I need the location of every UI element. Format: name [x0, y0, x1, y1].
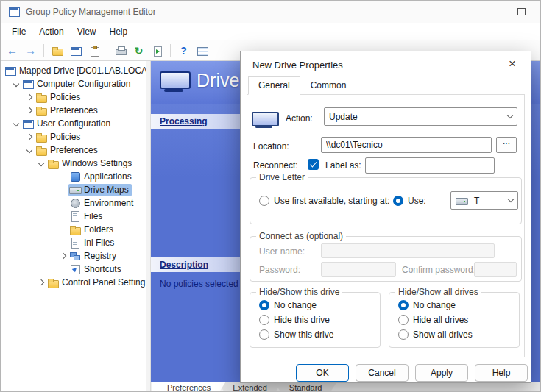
tree-item-label: Drive Maps [84, 185, 129, 195]
folder-icon [47, 277, 59, 288]
tree-item-files[interactable]: Files [1, 210, 146, 223]
tree-item-folders[interactable]: Folders [1, 223, 146, 236]
radio-icon[interactable] [398, 315, 409, 325]
radio-checked-icon[interactable] [393, 196, 403, 206]
close-icon[interactable]: × [504, 56, 520, 72]
ok-button[interactable]: OK [296, 364, 349, 382]
console-icon [4, 65, 16, 76]
tab-common[interactable]: Common [300, 76, 357, 94]
tab-preferences[interactable]: Preferences [152, 382, 225, 392]
clipboard-icon[interactable] [85, 42, 102, 59]
chevron-down-icon[interactable] [24, 145, 35, 155]
menu-bar: File Action View Help [1, 23, 540, 40]
tree-item-label: Shortcuts [84, 264, 121, 274]
tree-item-label: Ini Files [84, 238, 114, 248]
radio-checked-icon[interactable] [398, 300, 409, 310]
tree-item-applications[interactable]: Applications [1, 170, 146, 183]
chevron-right-icon[interactable] [58, 251, 68, 261]
splitter[interactable] [146, 61, 151, 392]
apply-button[interactable]: Apply [415, 364, 468, 382]
chevron-right-icon[interactable] [36, 277, 46, 288]
location-input[interactable] [321, 137, 492, 153]
tree-item-ini-files[interactable]: Ini Files [1, 236, 146, 249]
folder-icon [35, 132, 47, 142]
tree-item-control-panel-settings[interactable]: Control Panel Setting [1, 276, 146, 289]
processing-link[interactable]: Processing [160, 116, 208, 126]
hide-show-this-drive-group: Hide/Show this drive No change Hide this… [250, 292, 381, 348]
console-tree-panel: Mapped Drive [DC01.LAB.LOCA Computer Con… [1, 61, 146, 392]
use-first-available-radio[interactable]: Use first available, starting at: [259, 196, 389, 206]
radio-icon[interactable] [259, 196, 269, 206]
connect-as-group: Connect as (optional) User name: Passwor… [250, 236, 522, 282]
up-one-level-icon[interactable] [49, 42, 66, 59]
tree-item-user-preferences[interactable]: Preferences [1, 143, 146, 157]
tree-item-mapped-drive[interactable]: Mapped Drive [DC01.LAB.LOCA [1, 64, 146, 77]
menu-action[interactable]: Action [32, 24, 70, 39]
show-this-drive-radio[interactable]: Show this drive [259, 329, 333, 340]
refresh-icon[interactable]: ↻ [130, 42, 147, 59]
this-no-change-radio[interactable]: No change [259, 300, 317, 310]
all-no-change-radio[interactable]: No change [398, 300, 456, 310]
help-button[interactable]: Help [475, 364, 528, 382]
chevron-down-icon[interactable] [11, 118, 21, 129]
separator [250, 135, 521, 135]
chevron-down-icon[interactable] [11, 79, 21, 89]
tree-item-windows-settings[interactable]: Windows Settings [1, 157, 146, 170]
new-drive-properties-dialog: New Drive Properties × General Common Ac… [240, 51, 531, 383]
tree-item-computer-configuration[interactable]: Computer Configuration [1, 77, 146, 90]
radio-icon[interactable] [398, 329, 409, 340]
reconnect-checkbox[interactable] [308, 159, 319, 170]
label-as-label: Label as: [325, 160, 361, 171]
back-arrow-icon[interactable]: ← [4, 42, 21, 59]
tree-item-environment[interactable]: Environment [1, 196, 146, 210]
separator [170, 44, 171, 57]
drive-letter-select[interactable]: T [450, 191, 518, 210]
tree-item-label: Control Panel Setting [62, 277, 145, 288]
chevron-right-icon[interactable] [24, 92, 35, 102]
tree-item-registry[interactable]: Registry [1, 249, 146, 263]
tree-item-computer-policies[interactable]: Policies [1, 90, 146, 104]
hide-this-drive-radio[interactable]: Hide this drive [259, 315, 330, 325]
folder-icon [69, 224, 81, 235]
maximize-icon[interactable] [517, 8, 526, 15]
radio-checked-icon[interactable] [259, 300, 269, 310]
chevron-down-icon[interactable] [36, 158, 46, 168]
tree-item-drive-maps[interactable]: Drive Maps [1, 183, 146, 196]
action-select[interactable]: Update [324, 107, 517, 126]
list-view-icon[interactable] [194, 42, 211, 59]
print-icon[interactable] [112, 42, 129, 59]
tree-item-user-policies[interactable]: Policies [1, 130, 146, 143]
tree-item-computer-preferences[interactable]: Preferences [1, 104, 146, 117]
radio-icon[interactable] [259, 315, 269, 325]
reconnect-label: Reconnect: [253, 160, 298, 171]
browse-button[interactable]: ... [496, 137, 517, 153]
user-name-label: User name: [259, 246, 305, 257]
radio-icon[interactable] [259, 329, 269, 340]
title-bar: Group Policy Management Editor [1, 1, 540, 23]
chevron-right-icon[interactable] [24, 132, 35, 142]
help-icon[interactable]: ? [175, 42, 192, 59]
forward-arrow-icon[interactable]: → [22, 42, 39, 59]
hide-all-drives-radio[interactable]: Hide all drives [398, 315, 468, 325]
tab-general[interactable]: General [248, 76, 300, 95]
show-all-drives-radio[interactable]: Show all drives [398, 329, 473, 340]
tab-standard[interactable]: Standard [275, 382, 337, 392]
use-radio[interactable]: Use: [393, 196, 426, 206]
label-as-input[interactable] [365, 157, 495, 174]
console-window-icon[interactable] [67, 42, 84, 59]
tree-item-shortcuts[interactable]: Shortcuts [1, 263, 146, 276]
chevron-right-icon[interactable] [24, 105, 35, 115]
export-list-icon[interactable] [149, 42, 166, 59]
menu-file[interactable]: File [5, 24, 32, 39]
menu-view[interactable]: View [71, 24, 103, 39]
tree-item-label: Preferences [50, 105, 98, 115]
tree-item-label: Policies [50, 92, 80, 102]
tab-extended[interactable]: Extended [218, 382, 281, 392]
hide-show-all-legend: Hide/Show all drives [395, 287, 481, 297]
password-label: Password: [259, 265, 300, 275]
tree-item-user-configuration[interactable]: User Configuration [1, 117, 146, 130]
description-link[interactable]: Description [160, 260, 208, 270]
ini-file-icon [69, 238, 81, 248]
cancel-button[interactable]: Cancel [356, 364, 409, 382]
menu-help[interactable]: Help [103, 24, 135, 39]
